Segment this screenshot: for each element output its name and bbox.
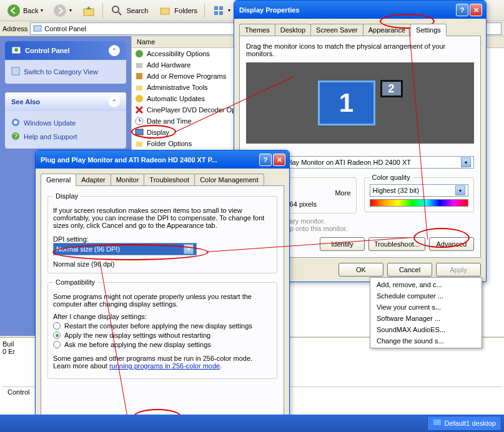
svg-rect-2 xyxy=(84,9,94,16)
cineplayer-icon xyxy=(134,105,144,115)
svg-rect-26 xyxy=(136,129,143,135)
display-group-title: Display xyxy=(53,192,81,200)
menu-item[interactable]: Add, remove, and c... xyxy=(372,279,480,290)
compatibility-group: Compatibility Some programs might not op… xyxy=(47,282,277,379)
after-change-label: After I change display settings: xyxy=(53,313,272,320)
tab-color-management[interactable]: Color Management xyxy=(194,174,264,185)
folders-button[interactable]: Folders xyxy=(154,1,202,20)
tab-screensaver[interactable]: Screen Saver xyxy=(310,24,363,36)
programs-icon xyxy=(134,71,144,81)
views-icon xyxy=(212,4,225,17)
collapse-icon[interactable]: ⌃ xyxy=(109,96,120,107)
updates-icon xyxy=(134,94,144,104)
monitor-1[interactable]: 1 xyxy=(318,81,375,125)
tab-appearance[interactable]: Appearance xyxy=(363,24,411,36)
color-quality-combo[interactable]: Highest (32 bit) ▾ xyxy=(370,184,469,197)
monitor-arrange-area[interactable]: 1 2 xyxy=(246,62,474,144)
radio-ask[interactable]: Ask me before applying the new display s… xyxy=(53,341,272,348)
close-button[interactable]: ✕ xyxy=(470,4,482,16)
tab-troubleshoot[interactable]: Troubleshoot xyxy=(144,174,195,185)
datetime-icon xyxy=(134,116,144,126)
see-also-box: See Also ⌃ Windows Update ? Help and Sup… xyxy=(5,92,126,149)
panel-title: Control Panel xyxy=(25,47,70,54)
display-icon xyxy=(134,127,144,137)
dropdown-icon: ▾ xyxy=(41,7,43,13)
svg-rect-9 xyxy=(219,11,223,15)
dropdown-icon: ▾ xyxy=(69,7,72,13)
menu-item[interactable]: SoundMAX AudioES... xyxy=(372,324,480,335)
dropdown-icon[interactable]: ▾ xyxy=(455,185,465,195)
windows-update-link[interactable]: Windows Update xyxy=(11,116,120,130)
display-help: If your screen resolution makes screen i… xyxy=(53,207,272,229)
folder-up-icon xyxy=(82,4,96,17)
admin-icon xyxy=(134,82,144,92)
more-label: More xyxy=(335,189,350,197)
separator xyxy=(102,3,103,18)
colormode-link[interactable]: running programs in 256-color mode xyxy=(109,362,220,370)
item-label: Administrative Tools xyxy=(147,84,208,91)
help-button[interactable]: ? xyxy=(259,154,272,166)
up-button[interactable] xyxy=(77,1,100,20)
close-button[interactable]: ✕ xyxy=(273,154,285,166)
apply-button[interactable]: Apply xyxy=(436,263,481,277)
identify-button[interactable]: Identify xyxy=(320,237,365,251)
item-label: Display xyxy=(147,129,169,136)
troubleshoot-button[interactable]: Troubleshoot... xyxy=(368,237,425,251)
tab-general[interactable]: General xyxy=(41,174,76,186)
advanced-properties-window: Plug and Play Monitor and ATI Radeon HD … xyxy=(35,150,290,430)
dropdown-icon[interactable]: ▾ xyxy=(184,244,194,254)
item-label: CinePlayer DVD Decoder Op xyxy=(147,106,235,114)
taskbar: Default1 desktop xyxy=(0,415,504,432)
svg-point-18 xyxy=(136,50,143,57)
svg-point-22 xyxy=(136,95,143,102)
svg-rect-10 xyxy=(34,26,41,31)
window-title: Plug and Play Monitor and ATI Radeon HD … xyxy=(41,156,217,164)
dpi-value: Normal size (96 DPI) xyxy=(56,245,120,253)
help-button[interactable]: ? xyxy=(456,4,468,16)
menu-item[interactable]: Software Manager ... xyxy=(372,313,480,324)
switch-view-link[interactable]: Switch to Category View xyxy=(11,65,120,79)
tab-settings[interactable]: Settings xyxy=(410,24,447,36)
advanced-button[interactable]: Advanced xyxy=(429,237,474,251)
tab-adapter[interactable]: Adapter xyxy=(76,174,111,185)
views-button[interactable]: ▾ xyxy=(207,1,235,20)
address-value: Control Panel xyxy=(44,25,86,32)
forward-button[interactable]: ▾ xyxy=(49,1,76,20)
tab-monitor[interactable]: Monitor xyxy=(111,174,145,185)
radio-apply-now[interactable]: Apply the new display settings without r… xyxy=(53,331,272,339)
cancel-button[interactable]: Cancel xyxy=(387,263,432,277)
titlebar[interactable]: Display Properties ? ✕ xyxy=(234,1,486,19)
monitor-2[interactable]: 2 xyxy=(380,80,403,97)
help-support-link[interactable]: ? Help and Support xyxy=(11,130,120,144)
item-label: Folder Options xyxy=(147,140,192,147)
item-label: Add Hardware xyxy=(147,61,190,69)
dpi-combo[interactable]: Normal size (96 DPI) ▾ xyxy=(53,243,197,255)
collapse-icon[interactable]: ⌃ xyxy=(109,45,120,56)
menu-item[interactable]: Schedule computer ... xyxy=(372,290,480,302)
folders-icon xyxy=(158,4,172,17)
back-button[interactable]: Back ▾ xyxy=(2,1,47,20)
compat-help: Some programs might not operate properly… xyxy=(53,293,272,308)
display-group: Display If your screen resolution makes … xyxy=(47,196,277,273)
radio-restart[interactable]: Restart the computer before applying the… xyxy=(53,322,272,330)
ok-button[interactable]: OK xyxy=(338,263,383,277)
tab-themes[interactable]: Themes xyxy=(239,24,275,36)
taskbar-label: Default1 desktop xyxy=(444,420,496,427)
item-label: Automatic Updates xyxy=(147,95,205,102)
search-button[interactable]: Search xyxy=(106,1,152,20)
see-also-header: See Also ⌃ xyxy=(5,92,126,111)
see-also-title: See Also xyxy=(11,98,40,106)
svg-point-15 xyxy=(14,120,17,124)
taskbar-item[interactable]: Default1 desktop xyxy=(427,416,502,431)
titlebar[interactable]: Plug and Play Monitor and ATI Radeon HD … xyxy=(36,150,289,169)
svg-rect-7 xyxy=(219,6,223,10)
menu-item[interactable]: View your current s... xyxy=(372,302,480,313)
hardware-icon xyxy=(134,60,144,70)
control-panel-icon xyxy=(33,24,42,34)
tab-desktop[interactable]: Desktop xyxy=(275,24,311,36)
dropdown-icon[interactable]: ▾ xyxy=(461,157,471,167)
menu-item[interactable]: Change the sound s... xyxy=(372,335,480,346)
update-label: Windows Update xyxy=(24,119,76,127)
forward-icon xyxy=(53,4,67,17)
panel-body: Windows Update ? Help and Support xyxy=(5,111,126,149)
